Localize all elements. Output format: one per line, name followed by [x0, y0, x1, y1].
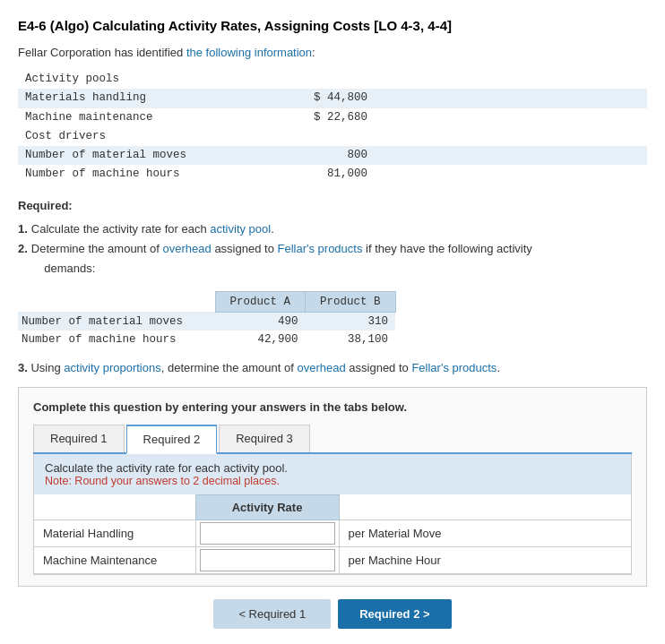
intro-highlight: the following information — [186, 46, 312, 59]
tabs: Required 1 Required 2 Required 3 — [33, 425, 632, 454]
page-title: E4-6 (Algo) Calculating Activity Rates, … — [18, 18, 647, 33]
product-row1-col1: 490 — [215, 312, 306, 331]
row1-input-cell — [195, 519, 339, 546]
activity-rate-header: Activity Rate — [195, 494, 339, 519]
product-row2-col2: 38,100 — [306, 331, 396, 348]
row2-input-cell — [195, 546, 339, 573]
col-product-a: Product A — [215, 291, 306, 312]
section2-label: Cost drivers — [18, 127, 269, 146]
row2-label: Machine Maintenance — [34, 546, 195, 573]
requirements-list: 1. Calculate the activity rate for each … — [18, 219, 647, 279]
row1-value: $ 44,800 — [269, 89, 376, 107]
machine-maintenance-input[interactable] — [200, 549, 335, 571]
nav-buttons: < Required 1 Required 2 > — [18, 587, 647, 634]
product-row1-col2: 310 — [306, 312, 396, 331]
row1-unit: per Material Move — [339, 519, 631, 546]
row1-label: Material Handling — [34, 519, 195, 546]
req1-num: 1. — [18, 219, 28, 239]
table-row: Machine Maintenance per Machine Hour — [34, 546, 631, 573]
activity-rate-table: Activity Rate Material Handling per Mate… — [34, 494, 631, 574]
complete-box: Complete this question by entering your … — [18, 387, 647, 587]
next-button[interactable]: Required 2 > — [338, 599, 451, 629]
info-table: Activity pools Materials handling $ 44,8… — [18, 70, 647, 185]
req2-text: Determine the amount of overhead assigne… — [31, 239, 532, 279]
row4-value: 81,000 — [269, 165, 376, 184]
empty-header — [34, 494, 195, 519]
req-item-2: 2. Determine the amount of overhead assi… — [18, 239, 647, 279]
required-header: Required: — [18, 199, 647, 212]
next-button-label: Required 2 > — [359, 607, 429, 621]
prev-button[interactable]: < Required 1 — [213, 599, 331, 629]
tab-content: Calculate the activity rate for each act… — [33, 454, 632, 575]
product-row1-label: Number of material moves — [18, 312, 215, 331]
prev-button-label: < Required 1 — [238, 607, 306, 621]
intro-text: Fellar Corporation has identified the fo… — [18, 46, 647, 59]
material-handling-input[interactable] — [200, 522, 335, 545]
product-row2-col1: 42,900 — [215, 331, 306, 348]
tab-required2[interactable]: Required 2 — [126, 425, 218, 454]
table-row: Material Handling per Material Move — [34, 519, 631, 546]
section1-label: Activity pools — [18, 70, 269, 89]
product-row2-label: Number of machine hours — [18, 331, 215, 348]
row2-unit: per Machine Hour — [339, 546, 631, 573]
instruction-text: Calculate the activity rate for each act… — [45, 461, 620, 475]
row4-label: Number of machine hours — [18, 165, 269, 184]
instruction-note: Note: Round your answers to 2 decimal pl… — [45, 475, 620, 487]
complete-box-text: Complete this question by entering your … — [33, 400, 632, 414]
row2-value: $ 22,680 — [269, 108, 376, 127]
col-product-b: Product B — [306, 291, 396, 312]
row3-label: Number of material moves — [18, 146, 269, 165]
row3-value: 800 — [269, 146, 376, 165]
step3-text: 3. Using activity proportions, determine… — [18, 361, 647, 374]
row1-label: Materials handling — [18, 89, 269, 107]
unit-header — [339, 494, 631, 519]
tab-required1[interactable]: Required 1 — [33, 425, 125, 452]
product-table: Product A Product B Number of material m… — [18, 291, 396, 348]
req2-num: 2. — [18, 239, 28, 279]
tab-instruction: Calculate the activity rate for each act… — [34, 454, 631, 494]
row2-label: Machine maintenance — [18, 108, 269, 127]
req-item-1: 1. Calculate the activity rate for each … — [18, 219, 647, 239]
req1-text: Calculate the activity rate for each act… — [31, 219, 274, 239]
tab-required3[interactable]: Required 3 — [219, 425, 310, 452]
